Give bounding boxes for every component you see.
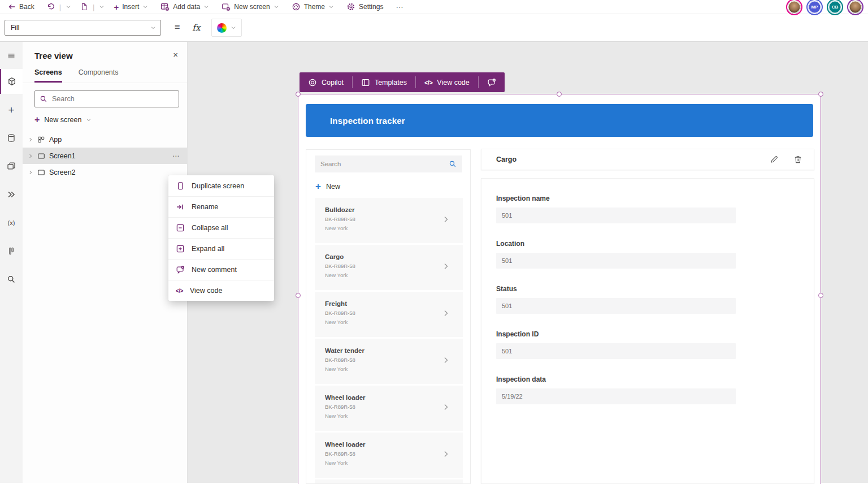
avatar[interactable]: MP: [806, 0, 823, 15]
app-icon: [37, 136, 45, 144]
formula-input[interactable]: [242, 14, 868, 41]
app-search-input[interactable]: [320, 161, 449, 167]
rail-insert-button[interactable]: +: [0, 97, 23, 122]
app-new-button[interactable]: + New: [315, 182, 470, 191]
tree-new-screen-button[interactable]: + New screen: [23, 107, 187, 130]
property-selector[interactable]: Fill: [5, 20, 161, 36]
rail-power-automate-button[interactable]: [0, 182, 23, 207]
tree-search-box[interactable]: [34, 90, 179, 107]
selection-handle[interactable]: [818, 293, 823, 298]
theme-icon: [292, 2, 301, 11]
list-item[interactable]: Freight BK-R89R-58 New York: [315, 292, 463, 337]
selection-handle[interactable]: [557, 92, 562, 97]
avatar[interactable]: [847, 0, 863, 15]
menu-item-collapse-all[interactable]: Collapse all: [168, 217, 274, 238]
tree-item-screen2[interactable]: Screen2: [23, 164, 187, 180]
fill-color-button[interactable]: [211, 19, 242, 37]
menu-item-expand-all[interactable]: Expand all: [168, 238, 274, 259]
settings-button[interactable]: Settings: [346, 2, 383, 11]
back-button[interactable]: Back: [8, 3, 34, 11]
new-screen-button[interactable]: New screen: [222, 2, 279, 11]
tree-item-screen1[interactable]: Screen1 ⋯: [23, 148, 187, 164]
chevron-down-icon: [142, 4, 148, 10]
rail-advanced-tools-button[interactable]: [0, 239, 23, 263]
view-code-label: View code: [437, 79, 469, 87]
tree-item-app[interactable]: App: [23, 131, 187, 148]
menu-item-duplicate-screen[interactable]: Duplicate screen: [168, 175, 274, 196]
theme-button[interactable]: Theme: [292, 2, 334, 11]
screen-icon: [37, 152, 45, 160]
list-item[interactable]: Wheel loader BK-R89R-58 New York: [315, 433, 463, 478]
rail-media-button[interactable]: [0, 154, 23, 179]
list-item[interactable]: Cargo BK-R89R-58 New York: [315, 245, 463, 290]
chevron-right-icon[interactable]: [28, 137, 33, 142]
selection-handle[interactable]: [296, 293, 301, 298]
menu-item-label: Duplicate screen: [192, 182, 244, 190]
selection-handle[interactable]: [296, 92, 301, 97]
field-input[interactable]: 501: [496, 298, 736, 314]
list-item[interactable]: Wheel loader BK-R89R-58 New York: [315, 386, 463, 431]
new-comment-icon: [176, 265, 185, 274]
tab-screens[interactable]: Screens: [34, 68, 62, 83]
chevron-down-icon: [328, 4, 334, 10]
more-commands-button[interactable]: ⋯: [396, 3, 403, 11]
canvas-area: Copilot Templates </> View code: [188, 42, 868, 483]
avatar[interactable]: [786, 0, 802, 15]
variables-icon: (x): [8, 219, 15, 226]
color-wheel-icon: [217, 23, 227, 33]
comment-icon: [487, 78, 496, 87]
selection-handle[interactable]: [818, 92, 823, 97]
hamburger-icon: [7, 51, 16, 60]
chevron-right-icon[interactable]: [28, 153, 33, 159]
tab-components[interactable]: Components: [79, 68, 119, 83]
item-title: Water tender: [325, 347, 463, 354]
fx-symbol: fx: [192, 23, 200, 33]
formula-bar: Fill = fx: [0, 14, 868, 42]
view-code-button[interactable]: </> View code: [416, 72, 478, 92]
comment-button[interactable]: [479, 72, 505, 92]
more-actions-icon[interactable]: ⋯: [172, 152, 187, 160]
templates-button[interactable]: Templates: [353, 72, 415, 92]
rail-data-button[interactable]: [0, 126, 23, 150]
new-file-split-button[interactable]: |: [80, 3, 105, 11]
field-input[interactable]: 501: [496, 343, 736, 359]
add-data-button[interactable]: Add data: [160, 2, 209, 11]
list-item[interactable]: Bulldozer BK-R89R-58 New York: [315, 198, 463, 243]
plus-icon: +: [34, 115, 40, 124]
divider: |: [59, 3, 61, 11]
list-item[interactable]: Water tender BK-R89R-58 New York: [315, 339, 463, 384]
rail-variables-button[interactable]: (x): [0, 210, 23, 235]
field-input[interactable]: 5/19/22: [496, 388, 736, 404]
close-icon[interactable]: ×: [173, 50, 178, 59]
detail-form-card: Inspection name 501 Location 501 Status …: [481, 178, 814, 484]
detail-actions: [770, 155, 802, 164]
edit-pencil-icon[interactable]: [770, 155, 779, 164]
app-search-box[interactable]: [315, 155, 462, 172]
avatar[interactable]: CB: [827, 0, 843, 15]
field-input[interactable]: 501: [496, 253, 736, 269]
rail-tree-view-button[interactable]: [0, 69, 23, 94]
rail-menu-button[interactable]: [0, 46, 23, 66]
add-data-icon: [160, 2, 170, 11]
rail-search-button[interactable]: [0, 267, 23, 292]
item-title: Cargo: [325, 253, 463, 260]
avatar-photo: [849, 1, 862, 14]
chevron-down-icon: [231, 25, 236, 31]
app-header-bar[interactable]: Inspection tracker: [306, 104, 813, 137]
tree-search-input[interactable]: [52, 95, 174, 103]
chevron-right-icon[interactable]: [28, 170, 33, 175]
left-rail: + (x): [0, 42, 23, 483]
insert-button[interactable]: + Insert: [114, 3, 148, 11]
field-input[interactable]: 501: [496, 208, 736, 223]
collapse-all-icon: [176, 223, 185, 232]
menu-item-rename[interactable]: Rename: [168, 196, 274, 217]
app-screen[interactable]: Inspection tracker + New Bulldozer BK-R8…: [298, 94, 821, 484]
delete-trash-icon[interactable]: [793, 155, 802, 164]
tree-item-label: Screen1: [49, 152, 76, 160]
list-item-partial[interactable]: [315, 479, 463, 484]
copilot-button[interactable]: Copilot: [300, 72, 352, 92]
menu-item-view-code[interactable]: </> View code: [168, 280, 274, 301]
undo-split-button[interactable]: |: [47, 3, 71, 11]
field-label: Inspection name: [496, 195, 814, 202]
menu-item-new-comment[interactable]: New comment: [168, 259, 274, 280]
